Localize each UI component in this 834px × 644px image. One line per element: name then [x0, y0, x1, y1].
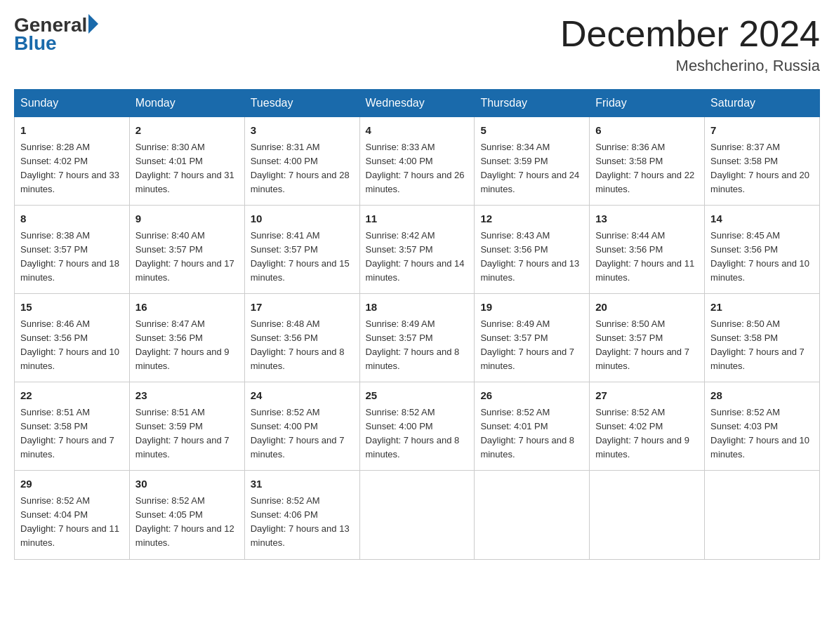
calendar-week-3: 15 Sunrise: 8:46 AMSunset: 3:56 PMDaylig…	[15, 294, 820, 382]
calendar-week-4: 22 Sunrise: 8:51 AMSunset: 3:58 PMDaylig…	[15, 382, 820, 471]
calendar-day-3: 3 Sunrise: 8:31 AMSunset: 4:00 PMDayligh…	[244, 117, 359, 206]
calendar-day-27: 27 Sunrise: 8:52 AMSunset: 4:02 PMDaylig…	[590, 382, 705, 471]
calendar-day-7: 7 Sunrise: 8:37 AMSunset: 3:58 PMDayligh…	[705, 117, 820, 206]
calendar-day-23: 23 Sunrise: 8:51 AMSunset: 3:59 PMDaylig…	[129, 382, 244, 471]
day-number: 30	[135, 476, 239, 492]
day-number: 6	[595, 123, 699, 139]
calendar-day-15: 15 Sunrise: 8:46 AMSunset: 3:56 PMDaylig…	[15, 294, 130, 382]
day-number: 11	[366, 211, 469, 227]
day-info: Sunrise: 8:52 AMSunset: 4:05 PMDaylight:…	[135, 495, 234, 548]
calendar-day-5: 5 Sunrise: 8:34 AMSunset: 3:59 PMDayligh…	[475, 117, 590, 206]
calendar-day-25: 25 Sunrise: 8:52 AMSunset: 4:00 PMDaylig…	[359, 382, 475, 471]
calendar-day-31: 31 Sunrise: 8:52 AMSunset: 4:06 PMDaylig…	[244, 471, 359, 559]
day-number: 10	[251, 211, 354, 227]
weekday-header-monday: Monday	[129, 90, 244, 117]
day-info: Sunrise: 8:50 AMSunset: 3:57 PMDaylight:…	[595, 318, 689, 371]
day-number: 17	[251, 300, 354, 316]
day-info: Sunrise: 8:52 AMSunset: 4:04 PMDaylight:…	[20, 495, 119, 548]
calendar-day-13: 13 Sunrise: 8:44 AMSunset: 3:56 PMDaylig…	[590, 206, 705, 294]
day-number: 28	[710, 388, 814, 404]
day-number: 27	[595, 388, 699, 404]
day-info: Sunrise: 8:37 AMSunset: 3:58 PMDaylight:…	[710, 142, 809, 194]
calendar-day-29: 29 Sunrise: 8:52 AMSunset: 4:04 PMDaylig…	[15, 471, 130, 559]
month-title: December 2024	[560, 14, 820, 54]
calendar-week-2: 8 Sunrise: 8:38 AMSunset: 3:57 PMDayligh…	[15, 206, 820, 294]
calendar-day-18: 18 Sunrise: 8:49 AMSunset: 3:57 PMDaylig…	[359, 294, 475, 382]
calendar-day-14: 14 Sunrise: 8:45 AMSunset: 3:56 PMDaylig…	[705, 206, 820, 294]
calendar-day-1: 1 Sunrise: 8:28 AMSunset: 4:02 PMDayligh…	[15, 117, 130, 206]
day-info: Sunrise: 8:52 AMSunset: 4:06 PMDaylight:…	[251, 495, 350, 548]
day-number: 26	[480, 388, 583, 404]
calendar-day-11: 11 Sunrise: 8:42 AMSunset: 3:57 PMDaylig…	[359, 206, 475, 294]
day-info: Sunrise: 8:30 AMSunset: 4:01 PMDaylight:…	[135, 142, 234, 194]
day-number: 31	[251, 476, 354, 492]
day-info: Sunrise: 8:48 AMSunset: 3:56 PMDaylight:…	[251, 318, 345, 371]
day-info: Sunrise: 8:52 AMSunset: 4:02 PMDaylight:…	[595, 407, 689, 459]
day-info: Sunrise: 8:51 AMSunset: 3:58 PMDaylight:…	[20, 407, 114, 459]
day-number: 22	[20, 388, 124, 404]
day-info: Sunrise: 8:49 AMSunset: 3:57 PMDaylight:…	[480, 318, 574, 371]
day-number: 25	[366, 388, 469, 404]
calendar-day-10: 10 Sunrise: 8:41 AMSunset: 3:57 PMDaylig…	[244, 206, 359, 294]
day-number: 9	[135, 211, 239, 227]
day-info: Sunrise: 8:50 AMSunset: 3:58 PMDaylight:…	[710, 318, 805, 371]
day-number: 15	[20, 300, 124, 316]
day-info: Sunrise: 8:28 AMSunset: 4:02 PMDaylight:…	[20, 142, 119, 194]
day-info: Sunrise: 8:45 AMSunset: 3:56 PMDaylight:…	[710, 230, 809, 283]
day-info: Sunrise: 8:52 AMSunset: 4:00 PMDaylight:…	[251, 407, 345, 459]
weekday-header-wednesday: Wednesday	[359, 90, 475, 117]
day-info: Sunrise: 8:51 AMSunset: 3:59 PMDaylight:…	[135, 407, 230, 459]
day-number: 19	[480, 300, 583, 316]
logo-arrow-icon	[88, 14, 98, 34]
day-info: Sunrise: 8:49 AMSunset: 3:57 PMDaylight:…	[366, 318, 460, 371]
calendar-day-24: 24 Sunrise: 8:52 AMSunset: 4:00 PMDaylig…	[244, 382, 359, 471]
day-info: Sunrise: 8:41 AMSunset: 3:57 PMDaylight:…	[251, 230, 350, 283]
empty-cell	[359, 471, 475, 559]
day-info: Sunrise: 8:31 AMSunset: 4:00 PMDaylight:…	[251, 142, 350, 194]
day-number: 18	[366, 300, 469, 316]
calendar-day-6: 6 Sunrise: 8:36 AMSunset: 3:58 PMDayligh…	[590, 117, 705, 206]
location-label: Meshcherino, Russia	[560, 57, 820, 75]
weekday-header-sunday: Sunday	[15, 90, 130, 117]
day-number: 8	[20, 211, 124, 227]
day-info: Sunrise: 8:43 AMSunset: 3:56 PMDaylight:…	[480, 230, 579, 283]
day-info: Sunrise: 8:52 AMSunset: 4:01 PMDaylight:…	[480, 407, 574, 459]
calendar-header-row: SundayMondayTuesdayWednesdayThursdayFrid…	[15, 90, 820, 117]
calendar-day-12: 12 Sunrise: 8:43 AMSunset: 3:56 PMDaylig…	[475, 206, 590, 294]
calendar-week-1: 1 Sunrise: 8:28 AMSunset: 4:02 PMDayligh…	[15, 117, 820, 206]
day-number: 4	[366, 123, 469, 139]
day-info: Sunrise: 8:44 AMSunset: 3:56 PMDaylight:…	[595, 230, 694, 283]
day-info: Sunrise: 8:52 AMSunset: 4:00 PMDaylight:…	[366, 407, 460, 459]
day-number: 24	[251, 388, 354, 404]
day-number: 12	[480, 211, 583, 227]
calendar-day-21: 21 Sunrise: 8:50 AMSunset: 3:58 PMDaylig…	[705, 294, 820, 382]
calendar-day-4: 4 Sunrise: 8:33 AMSunset: 4:00 PMDayligh…	[359, 117, 475, 206]
calendar-day-20: 20 Sunrise: 8:50 AMSunset: 3:57 PMDaylig…	[590, 294, 705, 382]
calendar-table: SundayMondayTuesdayWednesdayThursdayFrid…	[14, 89, 820, 559]
calendar-day-2: 2 Sunrise: 8:30 AMSunset: 4:01 PMDayligh…	[129, 117, 244, 206]
day-number: 21	[710, 300, 814, 316]
day-info: Sunrise: 8:42 AMSunset: 3:57 PMDaylight:…	[366, 230, 465, 283]
calendar-day-30: 30 Sunrise: 8:52 AMSunset: 4:05 PMDaylig…	[129, 471, 244, 559]
day-info: Sunrise: 8:38 AMSunset: 3:57 PMDaylight:…	[20, 230, 119, 283]
calendar-day-16: 16 Sunrise: 8:47 AMSunset: 3:56 PMDaylig…	[129, 294, 244, 382]
weekday-header-tuesday: Tuesday	[244, 90, 359, 117]
day-info: Sunrise: 8:34 AMSunset: 3:59 PMDaylight:…	[480, 142, 579, 194]
day-info: Sunrise: 8:52 AMSunset: 4:03 PMDaylight:…	[710, 407, 809, 459]
logo-blue-text: Blue	[14, 32, 57, 55]
empty-cell	[705, 471, 820, 559]
calendar-day-8: 8 Sunrise: 8:38 AMSunset: 3:57 PMDayligh…	[15, 206, 130, 294]
day-number: 20	[595, 300, 699, 316]
day-info: Sunrise: 8:33 AMSunset: 4:00 PMDaylight:…	[366, 142, 465, 194]
calendar-day-26: 26 Sunrise: 8:52 AMSunset: 4:01 PMDaylig…	[475, 382, 590, 471]
day-number: 16	[135, 300, 239, 316]
day-info: Sunrise: 8:40 AMSunset: 3:57 PMDaylight:…	[135, 230, 234, 283]
day-number: 1	[20, 123, 124, 139]
page-header: General Blue December 2024 Meshcherino, …	[14, 14, 820, 75]
title-section: December 2024 Meshcherino, Russia	[560, 14, 820, 75]
calendar-day-28: 28 Sunrise: 8:52 AMSunset: 4:03 PMDaylig…	[705, 382, 820, 471]
day-number: 3	[251, 123, 354, 139]
day-number: 5	[480, 123, 583, 139]
empty-cell	[590, 471, 705, 559]
logo: General Blue	[14, 14, 98, 55]
